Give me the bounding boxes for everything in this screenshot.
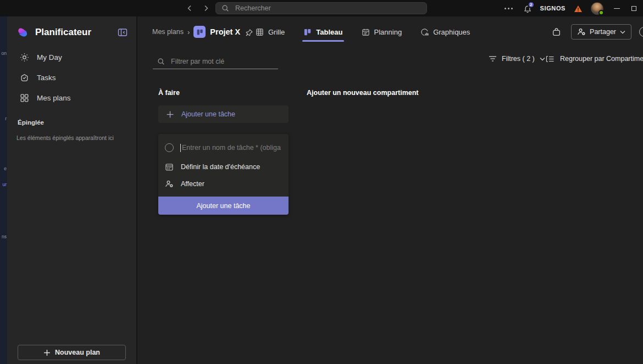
title-bar: 2 SIGNOS (0, 0, 643, 16)
plan-board-icon (193, 26, 206, 38)
window-maximize-icon[interactable] (631, 6, 636, 11)
breadcrumb-mes-plans[interactable]: Mes plans (152, 28, 184, 36)
presence-status-available (598, 10, 604, 15)
cutoff-edge-icon (639, 27, 643, 37)
warning-icon[interactable] (574, 4, 583, 13)
window-minimize-icon[interactable] (614, 8, 620, 9)
back-icon[interactable] (186, 4, 193, 12)
header-actions: Partager (550, 22, 643, 42)
tab-label: Grille (268, 28, 285, 36)
sidebar-nav: My Day Tasks Mes plans (7, 47, 136, 108)
account-name[interactable]: SIGNOS (540, 5, 566, 12)
collapse-sidebar-icon[interactable] (117, 27, 129, 38)
chevron-down-icon (620, 30, 625, 34)
add-task-button[interactable]: Ajouter une tâche (158, 105, 289, 123)
pinned-empty-hint: Les éléments épinglés apparaîtront ici (16, 135, 136, 141)
new-plan-button[interactable]: Nouveau plan (18, 345, 126, 360)
view-tabs: Grille Tableau Planning (256, 22, 470, 42)
person-add-icon (577, 28, 586, 36)
person-add-icon (165, 180, 174, 188)
calendar-view-icon (362, 28, 370, 36)
task-name-input[interactable] (181, 143, 282, 152)
tab-tableau[interactable]: Tableau (303, 22, 342, 42)
charts-view-icon (420, 28, 429, 36)
add-task-label: Ajouter une tâche (181, 110, 235, 118)
kanban-board: À faire Ajouter une tâche (138, 74, 643, 364)
briefcase-icon[interactable] (550, 25, 563, 39)
bucket-column-a-faire: À faire Ajouter une tâche (158, 74, 289, 215)
rail-label-fragment: r (5, 116, 7, 121)
calendar-icon (165, 163, 174, 171)
pin-icon[interactable] (245, 27, 253, 37)
planner-sidebar: Planificateur My Day Tasks (7, 16, 137, 364)
breadcrumb-separator: › (187, 28, 190, 36)
grid-view-icon (256, 28, 264, 36)
assign-label: Affecter (181, 180, 204, 188)
pinned-section-header: Épinglée (18, 119, 136, 126)
planner-logo-icon (16, 25, 30, 40)
keyword-filter[interactable] (153, 54, 278, 69)
plan-main-area: Mes plans › Projet X Grille (138, 16, 643, 364)
user-avatar[interactable] (591, 2, 603, 15)
assign-row[interactable]: Affecter (158, 175, 289, 192)
global-search[interactable] (215, 2, 427, 14)
forward-icon[interactable] (202, 4, 210, 12)
sidebar-item-mes-plans[interactable]: Mes plans (7, 88, 136, 108)
sun-icon (20, 53, 30, 62)
search-icon (157, 58, 165, 65)
task-complete-circle-icon[interactable] (165, 143, 174, 152)
tab-planning[interactable]: Planning (362, 22, 402, 42)
sidebar-item-my-day[interactable]: My Day (7, 47, 136, 68)
more-options-icon[interactable] (502, 5, 515, 12)
titlebar-actions: 2 SIGNOS (502, 0, 640, 16)
sidebar-item-label: My Day (37, 53, 62, 61)
filter-toolbar: Filtres ( 2 ) Regrouper par Compartiment (138, 49, 643, 74)
rail-label-fragment-active: ur (2, 182, 7, 187)
history-nav (186, 0, 210, 16)
filters-label: Filtres ( 2 ) (502, 55, 535, 63)
keyword-filter-input[interactable] (170, 57, 276, 66)
search-icon (221, 4, 229, 12)
global-search-input[interactable] (234, 4, 421, 13)
tab-label: Planning (374, 28, 402, 36)
app-rail-cutoff: on r e ur ns (0, 16, 7, 364)
add-bucket-column: Ajouter un nouveau compartiment (307, 74, 437, 97)
set-due-date-label: Définir la date d'échéance (181, 163, 260, 171)
group-by-label: Regrouper par Compartiment (560, 55, 643, 63)
plan-title: Projet X (210, 27, 240, 36)
tasks-check-icon (20, 73, 30, 82)
group-list-icon (546, 55, 555, 63)
sidebar-item-label: Mes plans (37, 94, 71, 102)
app-title: Planificateur (35, 27, 117, 38)
chevron-down-icon (540, 57, 545, 61)
plus-icon (43, 349, 51, 356)
group-by-dropdown[interactable]: Regrouper par Compartiment (546, 55, 643, 63)
share-label: Partager (590, 28, 616, 36)
set-due-date-row[interactable]: Définir la date d'échéance (158, 158, 289, 175)
rail-label-fragment: on (2, 51, 7, 56)
sidebar-item-label: Tasks (37, 74, 56, 82)
sidebar-item-tasks[interactable]: Tasks (7, 68, 136, 88)
sidebar-header: Planificateur (16, 25, 129, 40)
tab-label: Graphiques (433, 28, 470, 36)
notifications-bell-icon[interactable]: 2 (523, 3, 532, 14)
add-task-submit-button[interactable]: Ajouter une tâche (158, 197, 289, 215)
notification-count-badge: 2 (528, 1, 535, 8)
new-plan-label: Nouveau plan (55, 349, 100, 356)
tab-label: Tableau (316, 28, 342, 36)
add-bucket-button[interactable]: Ajouter un nouveau compartiment (307, 89, 437, 97)
tab-grille[interactable]: Grille (256, 22, 285, 42)
tab-graphiques[interactable]: Graphiques (420, 22, 470, 42)
rail-label-fragment: ns (2, 234, 7, 239)
teams-planner-window: 2 SIGNOS on r e ur ns (0, 0, 643, 364)
task-name-row[interactable] (158, 134, 289, 158)
board-view-icon (303, 28, 312, 36)
filters-dropdown[interactable]: Filtres ( 2 ) (489, 55, 545, 63)
share-button[interactable]: Partager (571, 24, 631, 40)
plan-header: Mes plans › Projet X Grille (138, 22, 643, 42)
plus-icon (166, 110, 174, 119)
breadcrumb: Mes plans › Projet X (152, 22, 253, 42)
grid-squares-icon (20, 93, 30, 103)
rail-label-fragment: e (4, 166, 7, 171)
new-task-composer: Définir la date d'échéance Affecter Ajou… (158, 134, 289, 215)
